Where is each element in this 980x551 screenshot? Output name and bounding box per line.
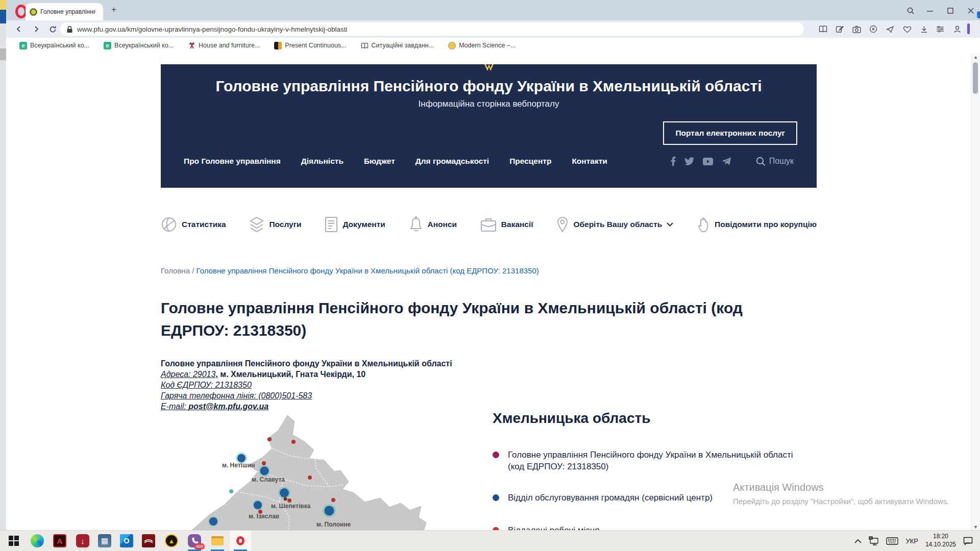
desktop: Головне управління Пенс + www.pfu.gov.u [0, 0, 980, 551]
bookmark-item[interactable]: House and furniture... [188, 42, 260, 49]
scrollbar-thumb[interactable] [973, 62, 978, 94]
page-scrollbar[interactable]: ▲ ▼ [971, 53, 980, 531]
tracker-blocker-icon[interactable] [867, 23, 879, 35]
action-center-icon[interactable] [963, 537, 973, 545]
sidebar-notch [977, 11, 980, 18]
network-icon[interactable] [869, 536, 879, 545]
quicklink-statistics[interactable]: Статистика [161, 216, 226, 233]
file-explorer-icon[interactable] [207, 531, 228, 551]
start-button[interactable] [3, 531, 24, 551]
bookmark-item[interactable]: Present Continuous... [274, 42, 346, 49]
new-tab-button[interactable]: + [108, 4, 119, 15]
browser-tab[interactable]: Головне управління Пенс [26, 3, 103, 20]
search-icon [756, 157, 766, 166]
bookmark-item[interactable]: e Всеукраїнський ко... [19, 42, 89, 49]
panel-indicator [967, 23, 970, 34]
trident-icon [484, 64, 494, 74]
lock-icon [66, 26, 73, 33]
nav-item-activity[interactable]: Діяльність [301, 157, 344, 166]
forward-icon[interactable] [30, 22, 43, 36]
region-item-main-office[interactable]: Головне управління Пенсійного фонду Укра… [493, 449, 799, 473]
bookmark-science-icon [448, 42, 456, 49]
quicklink-select-region[interactable]: Оберіть Вашу область [556, 216, 673, 233]
scroll-down-icon[interactable]: ▼ [971, 523, 980, 531]
scroll-up-icon[interactable]: ▲ [971, 53, 980, 61]
svg-text:м. Славута: м. Славута [252, 476, 285, 483]
nav-item-contacts[interactable]: Контакти [572, 157, 607, 166]
settings-sliders-icon[interactable] [934, 23, 946, 35]
contact-name: Головне управління Пенсійного фонду Укра… [161, 358, 452, 369]
oblast-shape [191, 415, 426, 531]
nav-item-press[interactable]: Пресцентр [509, 157, 551, 166]
pie-chart-icon [161, 216, 177, 233]
breadcrumb-home[interactable]: Головна [161, 266, 190, 275]
quicklink-vacancies[interactable]: Вакансії [480, 217, 533, 232]
quicklinks-row: Статистика Послуги Документи Анонси Вака… [161, 216, 817, 233]
language-indicator[interactable]: УКР [905, 537, 918, 545]
reading-mode-icon[interactable] [817, 23, 829, 35]
back-icon[interactable] [12, 22, 26, 36]
twitter-icon[interactable] [684, 157, 694, 165]
chrome-search-icon[interactable] [905, 5, 916, 16]
breadcrumb-current[interactable]: Головне управління Пенсійного фонду Укра… [197, 266, 539, 275]
reload-icon[interactable] [46, 22, 59, 36]
taskbar: A ↓ ▦ O ▲ 469 [0, 530, 980, 551]
tray-chevron-icon[interactable] [854, 539, 862, 543]
system-tray: УКР 18:20 14.10.2025 [854, 531, 980, 551]
bookmark-item[interactable]: Modern Science –... [448, 42, 516, 49]
reader-app-icon[interactable] [138, 531, 159, 551]
nav-search[interactable]: Пошук [756, 157, 794, 166]
address-bar[interactable]: www.pfu.gov.ua/km/golovne-upravlinnya-pe… [60, 22, 804, 36]
contact-address: Адреса: 29013, м. Хмельницький, Гната Че… [161, 369, 452, 380]
hand-icon [697, 216, 710, 233]
aimp-icon[interactable]: ▲ [161, 531, 182, 551]
background-window-gray [0, 48, 6, 60]
snapshot-edit-icon[interactable] [834, 23, 846, 35]
layers-icon [249, 216, 264, 233]
region-map[interactable]: м. Нетішин м. Славута м. Шепетівка м. Із… [161, 410, 475, 531]
quicklink-report-corruption[interactable]: Повідомити про корупцію [697, 216, 817, 233]
facebook-icon[interactable] [670, 157, 676, 166]
quicklink-announcements[interactable]: Анонси [409, 216, 457, 233]
bell-icon [409, 216, 423, 233]
breadcrumb-separator: / [192, 266, 194, 275]
download-manager-icon[interactable]: ↓ [72, 531, 93, 551]
portal-button[interactable]: Портал електронних послуг [663, 121, 797, 145]
browser-toolbar: www.pfu.gov.ua/km/golovne-upravlinnya-pe… [6, 20, 980, 38]
viber-icon[interactable]: 469 [184, 531, 205, 551]
quicklink-services[interactable]: Послуги [249, 216, 301, 233]
favorites-heart-icon[interactable] [901, 23, 913, 35]
close-button[interactable] [965, 5, 976, 16]
youtube-icon[interactable] [703, 158, 713, 165]
profile-icon[interactable] [951, 23, 963, 35]
telegram-icon[interactable] [722, 157, 731, 165]
bookmark-item[interactable]: e Всеукраїнський ко... [104, 42, 174, 49]
nav-item-budget[interactable]: Бюджет [364, 157, 395, 166]
camera-icon[interactable] [850, 23, 863, 35]
send-to-device-icon[interactable] [884, 23, 896, 35]
nav-item-public[interactable]: Для громадськості [415, 157, 489, 166]
keyboard-icon[interactable] [886, 537, 898, 545]
svg-text:м. Шепетівка: м. Шепетівка [271, 503, 311, 510]
contact-edrpou: Код ЄДРПОУ: 21318350 [161, 380, 452, 390]
viber-badge: 469 [194, 543, 205, 549]
clock[interactable]: 18:20 14.10.2025 [925, 533, 956, 548]
opera-taskbar-icon[interactable] [230, 531, 251, 551]
breadcrumb: Головна / Головне управління Пенсійного … [161, 266, 539, 275]
downloads-icon[interactable] [918, 23, 930, 35]
url-text: www.pfu.gov.ua/km/golovne-upravlinnya-pe… [77, 26, 348, 33]
minimize-button[interactable] [924, 5, 936, 16]
maximize-button[interactable] [945, 5, 956, 16]
site-header: Головне управління Пенсійного фонду Укра… [161, 64, 817, 188]
quicklink-documents[interactable]: Документи [325, 216, 385, 233]
acrobat-icon[interactable]: A [49, 531, 70, 551]
map-pin-icon [556, 216, 569, 233]
nav-item-about[interactable]: Про Головне управління [184, 157, 281, 166]
background-window-edge [0, 0, 6, 531]
bookmark-green-icon: e [19, 42, 27, 49]
outlook-icon[interactable]: O [116, 531, 137, 551]
calculator-icon[interactable]: ▦ [94, 531, 115, 551]
region-title: Хмельницька область [493, 410, 650, 427]
bookmark-item[interactable]: Ситуаційні завданн... [361, 42, 434, 49]
edge-icon[interactable] [27, 531, 48, 551]
